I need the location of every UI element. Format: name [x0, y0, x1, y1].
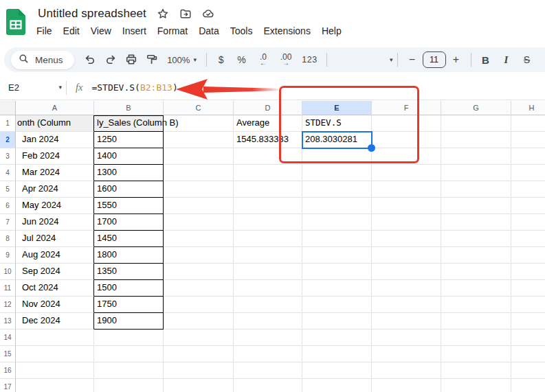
formula-input[interactable]: =STDEV.S(B2:B13)	[91, 82, 177, 93]
cell-A6[interactable]: May 2024	[16, 198, 94, 214]
menu-format[interactable]: Format	[152, 23, 193, 38]
cell-F14[interactable]	[372, 330, 441, 346]
row-header-13[interactable]: 13	[0, 313, 16, 330]
menu-help[interactable]: Help	[316, 23, 347, 38]
cell-C15[interactable]	[164, 346, 234, 362]
cell-D6[interactable]	[234, 198, 302, 214]
cell-D4[interactable]	[234, 165, 302, 181]
cell-B9[interactable]: 1800	[94, 247, 164, 264]
cell-F7[interactable]	[372, 214, 441, 231]
menu-extensions[interactable]: Extensions	[258, 23, 315, 38]
menu-edit[interactable]: Edit	[58, 23, 85, 38]
cell-E17[interactable]	[302, 379, 372, 392]
cell-B4[interactable]: 1300	[94, 165, 164, 181]
cell-E6[interactable]	[302, 198, 372, 214]
cell-A9[interactable]: Aug 2024	[16, 247, 94, 264]
cell-A5[interactable]: Apr 2024	[16, 181, 94, 198]
paint-format-button[interactable]	[142, 50, 162, 69]
cell-F8[interactable]	[372, 231, 441, 247]
cell-B1[interactable]: ly_Sales (Column B)	[94, 115, 164, 132]
cell-H14[interactable]	[511, 330, 545, 346]
cell-C17[interactable]	[164, 379, 234, 392]
move-folder-icon[interactable]	[179, 8, 192, 20]
cell-E5[interactable]	[302, 181, 372, 198]
cell-C12[interactable]	[164, 297, 234, 313]
decrease-decimal-button[interactable]: .0 ←	[252, 54, 275, 66]
row-header-14[interactable]: 14	[0, 330, 16, 346]
cell-H11[interactable]	[511, 280, 545, 297]
cell-A1[interactable]: onth (Column	[16, 115, 94, 132]
cell-F6[interactable]	[372, 198, 441, 214]
cell-F5[interactable]	[372, 181, 441, 198]
font-size-input[interactable]: 11	[423, 51, 446, 68]
cell-A10[interactable]: Sep 2024	[16, 264, 94, 280]
row-header-4[interactable]: 4	[0, 165, 16, 181]
increase-font-size-button[interactable]: +	[446, 50, 467, 69]
cell-G9[interactable]	[441, 247, 511, 264]
cell-F16[interactable]	[372, 362, 441, 379]
cell-A11[interactable]: Oct 2024	[16, 280, 94, 297]
column-header-E[interactable]: E	[302, 101, 372, 115]
column-header-A[interactable]: A	[16, 101, 94, 115]
cell-G16[interactable]	[441, 362, 511, 379]
cell-H4[interactable]	[511, 165, 545, 181]
cell-G5[interactable]	[441, 181, 511, 198]
cell-B13[interactable]: 1900	[94, 313, 164, 330]
cell-E14[interactable]	[302, 330, 372, 346]
menu-insert[interactable]: Insert	[117, 23, 152, 38]
cell-C7[interactable]	[164, 214, 234, 231]
more-number-formats-button[interactable]: 123	[298, 55, 322, 65]
cell-E13[interactable]	[302, 313, 372, 330]
row-header-11[interactable]: 11	[0, 280, 16, 297]
italic-button[interactable]: I	[496, 50, 517, 69]
menus-search-button[interactable]: Menus	[11, 51, 74, 69]
cell-E9[interactable]	[302, 247, 372, 264]
cell-H5[interactable]	[511, 181, 545, 198]
cell-C9[interactable]	[164, 247, 234, 264]
cell-B3[interactable]: 1400	[94, 148, 164, 165]
font-family-select[interactable]: ▾	[331, 57, 393, 63]
cell-D2[interactable]: 1545.833333	[234, 132, 302, 148]
cell-E16[interactable]	[302, 362, 372, 379]
cell-C10[interactable]	[164, 264, 234, 280]
cell-G17[interactable]	[441, 379, 511, 392]
cell-H10[interactable]	[511, 264, 545, 280]
cell-D7[interactable]	[234, 214, 302, 231]
cell-B2[interactable]: 1250	[94, 132, 164, 148]
row-header-2[interactable]: 2	[0, 132, 16, 148]
cell-A12[interactable]: Nov 2024	[16, 297, 94, 313]
cell-E11[interactable]	[302, 280, 372, 297]
cell-B6[interactable]: 1550	[94, 198, 164, 214]
column-header-D[interactable]: D	[234, 101, 302, 115]
cell-D14[interactable]	[234, 330, 302, 346]
cell-C11[interactable]	[164, 280, 234, 297]
column-header-C[interactable]: C	[164, 101, 234, 115]
cell-A3[interactable]: Feb 2024	[16, 148, 94, 165]
cell-D3[interactable]	[234, 148, 302, 165]
zoom-select[interactable]: 100% ▾	[162, 55, 202, 65]
column-header-G[interactable]: G	[441, 101, 511, 115]
cell-G15[interactable]	[441, 346, 511, 362]
cell-H13[interactable]	[511, 313, 545, 330]
cell-C14[interactable]	[164, 330, 234, 346]
cell-B5[interactable]: 1600	[94, 181, 164, 198]
cell-B10[interactable]: 1350	[94, 264, 164, 280]
cell-G4[interactable]	[441, 165, 511, 181]
fill-handle[interactable]	[368, 144, 375, 152]
cell-F11[interactable]	[372, 280, 441, 297]
menu-view[interactable]: View	[85, 23, 117, 38]
cell-A8[interactable]: Jul 2024	[16, 231, 94, 247]
cell-D12[interactable]	[234, 297, 302, 313]
cell-G12[interactable]	[441, 297, 511, 313]
cell-B16[interactable]	[94, 362, 164, 379]
cell-G11[interactable]	[441, 280, 511, 297]
cell-G6[interactable]	[441, 198, 511, 214]
cell-C2[interactable]	[164, 132, 234, 148]
strikethrough-button[interactable]: S	[517, 50, 537, 69]
cell-G8[interactable]	[441, 231, 511, 247]
column-header-H[interactable]: H	[511, 101, 545, 115]
cell-C3[interactable]	[164, 148, 234, 165]
page-title[interactable]: Untitled spreadsheet	[38, 7, 146, 21]
cell-G7[interactable]	[441, 214, 511, 231]
cell-E3[interactable]	[302, 148, 372, 165]
